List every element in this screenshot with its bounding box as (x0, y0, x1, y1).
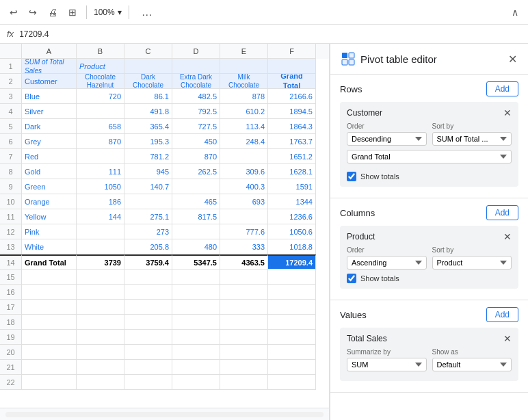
cell-21b[interactable] (77, 360, 124, 375)
values-add-button[interactable]: Add (486, 307, 518, 322)
cell-7f[interactable]: 1651.2 (268, 149, 316, 164)
cell-14c[interactable]: 3759.4 (124, 254, 172, 270)
cell-20f[interactable] (268, 345, 316, 360)
zoom-control[interactable]: 100% ▾ (94, 8, 122, 17)
cell-12e[interactable]: 777.6 (220, 224, 268, 239)
show-as-select[interactable]: Default (432, 358, 512, 371)
cell-10d[interactable]: 465 (172, 194, 220, 209)
cell-2c[interactable]: DarkChocolate (124, 74, 172, 89)
cell-4f[interactable]: 1894.5 (268, 104, 316, 119)
cell-21e[interactable] (220, 360, 268, 375)
cell-16a[interactable] (22, 285, 77, 300)
product-show-totals-checkbox[interactable] (347, 274, 356, 283)
cell-1f[interactable] (268, 59, 316, 74)
cell-9f[interactable]: 1591 (268, 179, 316, 194)
cell-13d[interactable]: 480 (172, 239, 220, 254)
cell-20b[interactable] (77, 345, 124, 360)
cell-18a[interactable] (22, 315, 77, 330)
customer-order-select[interactable]: Descending Ascending (347, 132, 427, 146)
cell-20e[interactable] (220, 345, 268, 360)
cell-3a[interactable]: Blue (22, 89, 77, 104)
cell-18c[interactable] (124, 315, 172, 330)
expand-button[interactable]: ∧ (509, 5, 521, 19)
cell-15a[interactable] (22, 270, 77, 285)
cell-17e[interactable] (220, 300, 268, 315)
cell-5b[interactable]: 658 (77, 119, 124, 134)
cell-2f[interactable]: GrandTotal (268, 74, 316, 89)
cell-2b[interactable]: ChocolateHazelnut (77, 74, 124, 89)
cell-11b[interactable]: 144 (77, 209, 124, 224)
cell-20d[interactable] (172, 345, 220, 360)
cell-6a[interactable]: Grey (22, 134, 77, 149)
cell-8f[interactable]: 1628.1 (268, 164, 316, 179)
cell-17d[interactable] (172, 300, 220, 315)
product-sortby-select[interactable]: Product (432, 256, 512, 270)
cell-13b[interactable] (77, 239, 124, 254)
cell-19b[interactable] (77, 330, 124, 345)
cell-22a[interactable] (22, 375, 77, 390)
cell-7a[interactable]: Red (22, 149, 77, 164)
cell-21a[interactable] (22, 360, 77, 375)
cell-10c[interactable] (124, 194, 172, 209)
undo-button[interactable]: ↩ (7, 5, 21, 19)
cell-9a[interactable]: Green (22, 179, 77, 194)
rows-add-button[interactable]: Add (486, 81, 518, 96)
cell-10f[interactable]: 1344 (268, 194, 316, 209)
cell-7e[interactable] (220, 149, 268, 164)
cell-17a[interactable] (22, 300, 77, 315)
cell-12a[interactable]: Pink (22, 224, 77, 239)
cell-12b[interactable] (77, 224, 124, 239)
cell-14a[interactable]: Grand Total (22, 254, 77, 270)
cell-19d[interactable] (172, 330, 220, 345)
cell-16f[interactable] (268, 285, 316, 300)
bottom-scrollbar[interactable] (0, 408, 329, 420)
cell-1e[interactable] (220, 59, 268, 74)
cell-3d[interactable]: 482.5 (172, 89, 220, 104)
cell-3f[interactable]: 2166.6 (268, 89, 316, 104)
cell-17b[interactable] (77, 300, 124, 315)
cell-11a[interactable]: Yellow (22, 209, 77, 224)
cell-4a[interactable]: Silver (22, 104, 77, 119)
cell-14f[interactable]: 17209.4 (268, 254, 316, 270)
cell-16b[interactable] (77, 285, 124, 300)
sidebar-close-button[interactable]: ✕ (508, 53, 517, 66)
cell-7d[interactable]: 870 (172, 149, 220, 164)
horizontal-scrollbar-track[interactable] (5, 412, 324, 417)
cell-11c[interactable]: 275.1 (124, 209, 172, 224)
cell-22f[interactable] (268, 375, 316, 390)
cell-18d[interactable] (172, 315, 220, 330)
cell-1b[interactable]: Product (77, 59, 124, 74)
customer-sortby-select[interactable]: SUM of Total ... (432, 132, 512, 146)
customer-grand-total-select[interactable]: Grand Total (347, 150, 512, 163)
cell-1c[interactable] (124, 59, 172, 74)
cell-22b[interactable] (77, 375, 124, 390)
cell-15f[interactable] (268, 270, 316, 285)
cell-15d[interactable] (172, 270, 220, 285)
cell-21f[interactable] (268, 360, 316, 375)
cell-16c[interactable] (124, 285, 172, 300)
cell-16e[interactable] (220, 285, 268, 300)
cell-6b[interactable]: 870 (77, 134, 124, 149)
cell-11d[interactable]: 817.5 (172, 209, 220, 224)
cell-4b[interactable] (77, 104, 124, 119)
cell-12c[interactable]: 273 (124, 224, 172, 239)
redo-button[interactable]: ↪ (26, 5, 40, 19)
cell-2a[interactable]: Customer (22, 74, 77, 89)
more-button[interactable]: … (139, 5, 155, 20)
cell-14e[interactable]: 4363.5 (220, 254, 268, 270)
cell-22e[interactable] (220, 375, 268, 390)
cell-19c[interactable] (124, 330, 172, 345)
cell-10e[interactable]: 693 (220, 194, 268, 209)
cell-9c[interactable]: 140.7 (124, 179, 172, 194)
cell-1d[interactable] (172, 59, 220, 74)
cell-9e[interactable]: 400.3 (220, 179, 268, 194)
cell-7c[interactable]: 781.2 (124, 149, 172, 164)
cell-4d[interactable]: 792.5 (172, 104, 220, 119)
cell-12d[interactable] (172, 224, 220, 239)
cell-20c[interactable] (124, 345, 172, 360)
cell-9d[interactable] (172, 179, 220, 194)
cell-4c[interactable]: 491.8 (124, 104, 172, 119)
summarize-by-select[interactable]: SUM (347, 358, 427, 371)
cell-10b[interactable]: 186 (77, 194, 124, 209)
cell-5c[interactable]: 365.4 (124, 119, 172, 134)
